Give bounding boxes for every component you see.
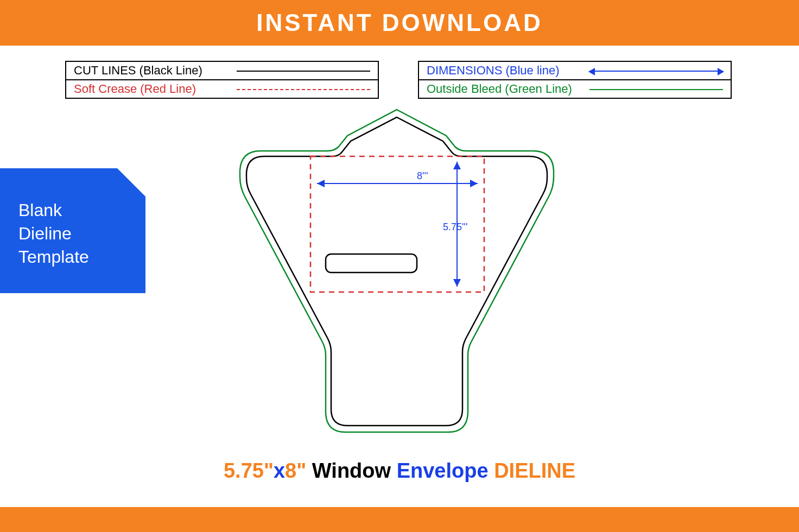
legend-dimensions-label: DIMENSIONS (Blue line) (427, 64, 589, 78)
legend-cut-lines: CUT LINES (Black Line) (66, 62, 378, 80)
title-envelope: Envelope (397, 459, 494, 482)
title-dieline: DIELINE (494, 459, 575, 482)
dimension-width-label: 8''' (417, 170, 428, 181)
legend-cut-lines-label: CUT LINES (Black Line) (74, 64, 237, 78)
black-line-icon (237, 65, 370, 76)
legend-soft-crease: Soft Crease (Red Line) (66, 80, 378, 98)
side-badge: Blank Dieline Template (0, 168, 145, 293)
cut-outline-icon (246, 117, 547, 426)
footer-band (0, 507, 799, 532)
badge-line1: Blank (18, 199, 89, 222)
title-width: 8" (285, 459, 306, 482)
window-cut-icon (326, 254, 417, 273)
legend-right: DIMENSIONS (Blue line) Outside Bleed (Gr… (418, 61, 732, 99)
envelope-dieline-diagram: 8''' 5.75''' (228, 107, 566, 438)
title-x: x (274, 459, 285, 482)
header-band: INSTANT DOWNLOAD (0, 0, 799, 46)
legend: CUT LINES (Black Line) Soft Crease (Red … (65, 61, 732, 99)
blue-arrow-icon (589, 65, 723, 76)
dimension-width-icon: 8''' (317, 170, 478, 187)
svg-marker-5 (453, 162, 461, 169)
dimension-height-icon: 5.75''' (443, 162, 467, 287)
svg-marker-6 (453, 279, 461, 287)
title-line: 5.75"x8" Window Envelope DIELINE (0, 459, 799, 483)
red-dash-icon (237, 84, 370, 94)
legend-bleed: Outside Bleed (Green Line) (419, 80, 731, 98)
badge-line2: Dieline (18, 222, 89, 245)
svg-marker-2 (317, 180, 325, 187)
legend-dimensions: DIMENSIONS (Blue line) (419, 62, 731, 80)
dimension-height-label: 5.75''' (443, 221, 467, 232)
legend-bleed-label: Outside Bleed (Green Line) (427, 82, 589, 96)
header-title: INSTANT DOWNLOAD (256, 9, 543, 36)
bleed-outline-icon (240, 110, 554, 432)
green-line-icon (589, 84, 723, 94)
title-height: 5.75" (224, 459, 274, 482)
badge-text: Blank Dieline Template (18, 199, 89, 269)
badge-line3: Template (18, 245, 89, 269)
svg-marker-3 (470, 180, 478, 187)
title-window: Window (306, 459, 396, 482)
legend-left: CUT LINES (Black Line) Soft Crease (Red … (65, 61, 379, 99)
legend-soft-crease-label: Soft Crease (Red Line) (74, 82, 237, 96)
